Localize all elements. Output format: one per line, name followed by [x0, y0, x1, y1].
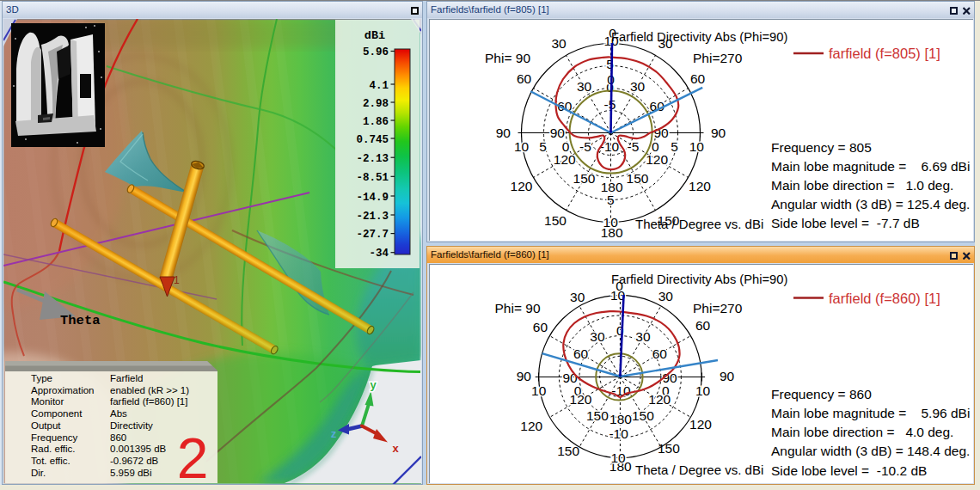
svg-text:Phi=270: Phi=270 — [693, 51, 743, 65]
svg-text:150: 150 — [627, 171, 649, 186]
svg-text:Abs: Abs — [110, 408, 127, 419]
svg-text:120: 120 — [646, 152, 668, 167]
svg-text:Theta / Degree vs. dBi: Theta / Degree vs. dBi — [635, 462, 763, 477]
svg-text:Phi=270: Phi=270 — [693, 301, 743, 315]
svg-text:Component: Component — [31, 408, 83, 419]
svg-text:Farfield: Farfield — [110, 373, 143, 383]
svg-text:Dir.: Dir. — [31, 468, 46, 478]
svg-text:z: z — [331, 427, 337, 440]
svg-text:2.98: 2.98 — [363, 98, 389, 110]
svg-text:150: 150 — [557, 444, 579, 458]
svg-text:5.959 dBi: 5.959 dBi — [110, 468, 152, 478]
svg-text:150: 150 — [658, 441, 680, 456]
svg-text:Main lobe direction = 1.0 de: Main lobe direction = 1.0 deg. — [771, 178, 953, 193]
svg-text:-34: -34 — [369, 248, 389, 260]
svg-text:10: 10 — [695, 383, 711, 398]
svg-text:150: 150 — [544, 213, 567, 228]
svg-text:-0.9672 dB: -0.9672 dB — [110, 456, 159, 466]
svg-text:Theta: Theta — [60, 313, 101, 328]
svg-text:enabled (kR >> 1): enabled (kR >> 1) — [110, 385, 189, 395]
svg-text:Farfield Directivity Abs (Phi=: Farfield Directivity Abs (Phi=90) — [611, 30, 787, 44]
svg-text:-10: -10 — [609, 426, 628, 441]
svg-text:5: 5 — [607, 193, 615, 207]
svg-text:1.86: 1.86 — [363, 116, 389, 128]
svg-text:5: 5 — [671, 139, 678, 154]
svg-text:30: 30 — [577, 79, 592, 94]
svg-text:30: 30 — [635, 329, 651, 344]
svg-text:150: 150 — [632, 408, 654, 423]
svg-text:4.1: 4.1 — [369, 80, 389, 92]
svg-text:Main lobe magnitude = 5.96: Main lobe magnitude = 5.96 dBi — [771, 406, 970, 420]
svg-text:30: 30 — [570, 290, 585, 304]
svg-text:150: 150 — [573, 171, 596, 186]
svg-text:farfield (f=860) [1]: farfield (f=860) [1] — [110, 396, 187, 407]
svg-text:-2.13: -2.13 — [356, 153, 389, 165]
svg-text:farfield (f=860) [1]: farfield (f=860) [1] — [829, 291, 940, 306]
svg-text:Tot. effic.: Tot. effic. — [31, 456, 70, 466]
svg-text:120: 120 — [511, 179, 533, 193]
svg-text:5: 5 — [539, 139, 547, 154]
svg-text:90: 90 — [562, 371, 578, 385]
svg-text:10: 10 — [603, 215, 619, 230]
svg-text:60: 60 — [517, 71, 532, 86]
svg-text:Side lobe level = -7.7 dB: Side lobe level = -7.7 dB — [771, 216, 920, 230]
svg-text:120: 120 — [648, 392, 671, 407]
svg-text:5.96: 5.96 — [363, 46, 389, 58]
svg-text:Frequency = 860: Frequency = 860 — [771, 387, 872, 401]
svg-text:90: 90 — [720, 369, 735, 383]
svg-text:860: 860 — [110, 432, 126, 443]
svg-text:10: 10 — [689, 139, 705, 154]
svg-text:-27.7: -27.7 — [356, 229, 389, 241]
svg-text:Frequency = 805: Frequency = 805 — [771, 140, 872, 155]
svg-text:-5: -5 — [579, 139, 591, 154]
svg-text:Farfield Directivity Abs (Phi=: Farfield Directivity Abs (Phi=90) — [611, 273, 787, 286]
svg-text:10: 10 — [531, 383, 547, 398]
svg-text:farfield (f=805) [1]: farfield (f=805) [1] — [829, 46, 940, 61]
svg-text:-5: -5 — [628, 139, 640, 154]
svg-text:180: 180 — [609, 412, 632, 426]
svg-text:Side lobe level = -10.2 dB: Side lobe level = -10.2 dB — [771, 463, 927, 478]
svg-text:0.001395 dB: 0.001395 dB — [110, 444, 167, 454]
svg-text:120: 120 — [520, 419, 542, 433]
svg-text:30: 30 — [630, 79, 646, 94]
svg-text:Phi= 90: Phi= 90 — [495, 301, 541, 315]
svg-text:Output: Output — [31, 420, 61, 431]
svg-text:10: 10 — [610, 450, 626, 465]
svg-text:90: 90 — [496, 126, 511, 140]
svg-text:Frequency: Frequency — [31, 432, 78, 443]
svg-text:90: 90 — [550, 126, 566, 140]
svg-text:60: 60 — [533, 320, 548, 334]
svg-text:-21.3: -21.3 — [356, 211, 389, 223]
svg-text:60: 60 — [690, 71, 706, 86]
svg-text:-14.9: -14.9 — [356, 192, 389, 204]
svg-text:30: 30 — [590, 329, 605, 344]
svg-text:-10: -10 — [600, 139, 620, 154]
svg-text:120: 120 — [554, 152, 576, 167]
svg-text:x: x — [392, 442, 399, 455]
svg-text:1: 1 — [174, 274, 180, 286]
svg-text:180: 180 — [601, 180, 623, 194]
svg-text:2: 2 — [177, 426, 209, 484]
svg-text:Theta / Degree vs. dBi: Theta / Degree vs. dBi — [635, 217, 763, 231]
svg-text:Directivity: Directivity — [110, 420, 153, 431]
svg-text:Angular width (3 dB) = 125.4 d: Angular width (3 dB) = 125.4 deg. — [771, 197, 970, 211]
svg-text:Main lobe direction = 4.0 de: Main lobe direction = 4.0 deg. — [771, 425, 953, 439]
svg-text:120: 120 — [689, 417, 712, 432]
svg-text:0.745: 0.745 — [356, 134, 389, 146]
svg-text:Angular width (3 dB) = 148.4 d: Angular width (3 dB) = 148.4 deg. — [771, 444, 970, 458]
svg-text:Monitor: Monitor — [31, 396, 64, 407]
svg-text:120: 120 — [689, 179, 711, 193]
svg-text:30: 30 — [658, 289, 674, 303]
svg-text:Main lobe magnitude = 6.69: Main lobe magnitude = 6.69 dBi — [771, 159, 970, 174]
svg-text:dBi: dBi — [364, 29, 385, 42]
svg-text:120: 120 — [570, 392, 592, 407]
svg-text:60: 60 — [573, 346, 589, 361]
svg-text:-5: -5 — [604, 97, 616, 112]
svg-text:60: 60 — [695, 318, 711, 333]
svg-text:10: 10 — [514, 139, 530, 154]
svg-text:-8.51: -8.51 — [356, 172, 389, 184]
svg-text:Approximation: Approximation — [31, 385, 95, 395]
svg-text:30: 30 — [551, 36, 567, 51]
svg-text:y: y — [370, 378, 377, 391]
svg-text:Rad. effic.: Rad. effic. — [31, 444, 76, 454]
